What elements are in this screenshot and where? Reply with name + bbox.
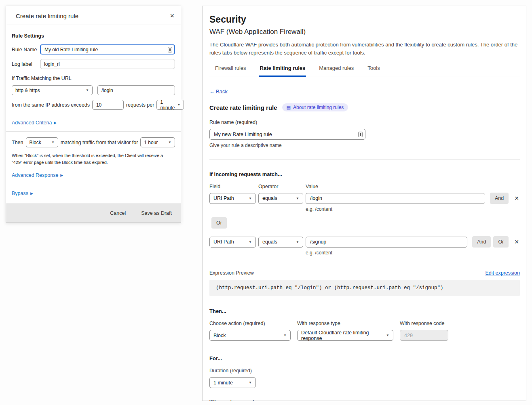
expression-preview-header: Expression Preview Edit expression	[209, 270, 520, 276]
value-input[interactable]	[306, 193, 485, 204]
tab-tools[interactable]: Tools	[367, 65, 380, 77]
rule-name-input-wrap	[40, 44, 175, 55]
rule-name-help: Give your rule a descriptive name	[209, 143, 520, 148]
remove-condition-icon[interactable]: ✕	[513, 239, 520, 245]
rule-name-label: Rule name (required)	[209, 120, 520, 125]
chevron-down-icon: ▼	[86, 88, 89, 92]
remove-condition-icon[interactable]: ✕	[513, 195, 520, 201]
page-description: The Cloudflare WAF provides both automat…	[209, 41, 520, 57]
rule-name-row: Rule Name	[12, 44, 175, 55]
or-button[interactable]: Or	[493, 236, 509, 248]
operator-column-label: Operator	[258, 184, 306, 189]
operator-select[interactable]: equals ▼	[258, 237, 303, 248]
advanced-criteria-link[interactable]: Advanced Criteria ▶	[12, 120, 57, 126]
expression-preview-label: Expression Preview	[209, 270, 254, 276]
and-button[interactable]: And	[472, 236, 491, 248]
response-code-column: With response code	[400, 321, 448, 341]
tab-managed-rules[interactable]: Managed rules	[318, 65, 355, 77]
rate-heading: When rate exceeds...	[209, 399, 520, 401]
log-label-row: Log label	[12, 59, 175, 69]
and-button[interactable]: And	[490, 193, 509, 204]
back-link[interactable]: ← Back	[209, 88, 228, 94]
or-button[interactable]: Or	[211, 217, 227, 229]
value-help: e.g. /content	[306, 250, 520, 256]
then-label: Then	[12, 140, 23, 145]
url-input-wrap	[97, 85, 175, 95]
condition-row: URI Path ▼ equals ▼ And Or ✕	[209, 236, 520, 248]
url-input[interactable]	[97, 85, 175, 95]
dialog-header: Create rate limiting rule ×	[6, 6, 181, 25]
waf-tabs: Firewall rules Rate limiting rules Manag…	[209, 65, 520, 76]
threshold-text-before: from the same IP address exceeds	[12, 102, 90, 108]
advanced-response-link[interactable]: Advanced Response ▶	[12, 172, 63, 178]
autofill-icon	[168, 47, 172, 52]
value-column-label: Value	[306, 184, 318, 189]
url-match-row: http & https ▼	[12, 85, 175, 95]
chevron-down-icon: ▼	[249, 197, 252, 200]
log-label-input-wrap	[40, 59, 175, 69]
condition-column-labels: Field Operator Value	[209, 184, 520, 189]
arrow-left-icon: ←	[209, 88, 215, 94]
threshold-row: from the same IP address exceeds request…	[12, 100, 175, 110]
action-select[interactable]: Block ▼	[209, 330, 291, 341]
close-icon[interactable]: ×	[170, 12, 174, 19]
field-select[interactable]: URI Path ▼	[209, 193, 256, 204]
then-heading: Then...	[209, 308, 520, 314]
chevron-down-icon: ▼	[386, 334, 389, 337]
create-rule-heading-row: Create rate limiting rule ▤ About rate l…	[209, 103, 520, 111]
choose-action-label: Choose action (required)	[209, 321, 291, 326]
block-duration-select[interactable]: 1 hour ▼	[140, 137, 175, 147]
response-type-select[interactable]: Default Cloudflare rate limiting respons…	[297, 330, 393, 341]
autofill-icon	[358, 132, 363, 137]
operator-select[interactable]: equals ▼	[258, 193, 303, 204]
rule-name-input[interactable]	[40, 44, 175, 55]
action-select[interactable]: Block ▼	[26, 137, 58, 147]
rule-name-label: Rule Name	[12, 47, 40, 52]
period-select[interactable]: 1 minute ▼	[156, 100, 184, 110]
triangle-right-icon: ▶	[60, 174, 63, 177]
then-text: matching traffic from that visitor for	[61, 140, 138, 145]
rule-settings-heading: Rule Settings	[12, 33, 175, 39]
chevron-down-icon: ▼	[296, 240, 299, 244]
expression-preview-code: (http.request.uri.path eq "/login") or (…	[209, 280, 520, 296]
create-rule-heading: Create rate limiting rule	[209, 104, 277, 111]
about-rate-limiting-badge[interactable]: ▤ About rate limiting rules	[282, 103, 348, 111]
traffic-match-heading: If Traffic Matching the URL	[12, 76, 175, 81]
rule-name-input[interactable]	[209, 129, 365, 140]
value-help: e.g. /content	[306, 206, 520, 212]
edit-expression-link[interactable]: Edit expression	[486, 270, 520, 276]
then-row: Then Block ▼ matching traffic from that …	[12, 137, 175, 147]
value-input[interactable]	[306, 237, 467, 248]
response-type-label: With response type	[297, 321, 393, 326]
threshold-text-after: requests per	[126, 102, 154, 108]
divider	[6, 131, 181, 132]
duration-select[interactable]: 1 minute ▼	[209, 377, 256, 388]
dialog-body: Rule Settings Rule Name Log label If Tra…	[6, 25, 181, 198]
log-label-input[interactable]	[40, 59, 175, 69]
field-column-label: Field	[209, 184, 258, 189]
document-icon: ▤	[287, 105, 291, 110]
page-subtitle: WAF (Web Application Firewall)	[209, 28, 520, 36]
rate-section: When rate exceeds... Requests (required)…	[209, 399, 520, 401]
bypass-link[interactable]: Bypass ▶	[12, 191, 33, 196]
field-select[interactable]: URI Path ▼	[209, 237, 256, 248]
save-as-draft-button[interactable]: Save as Draft	[141, 210, 172, 216]
block-note: When “Block” is set, when the threshold …	[12, 152, 175, 166]
response-code-label: With response code	[400, 321, 448, 326]
incoming-requests-heading: If incoming requests match...	[209, 171, 520, 177]
dialog-footer: Cancel Save as Draft	[6, 204, 181, 222]
response-code-input	[400, 330, 448, 341]
threshold-input[interactable]	[92, 100, 124, 110]
screenshot-root: { "icons": { "close": "×", "caret": "▼",…	[0, 0, 532, 405]
tab-firewall-rules[interactable]: Firewall rules	[214, 65, 247, 77]
tab-rate-limiting-rules[interactable]: Rate limiting rules	[259, 65, 306, 77]
dialog-title: Create rate limiting rule	[16, 13, 78, 19]
then-section: Then... Choose action (required) Block ▼…	[209, 308, 520, 341]
page-title: Security	[209, 14, 520, 25]
cancel-button[interactable]: Cancel	[110, 210, 126, 216]
duration-label: Duration (required)	[209, 368, 520, 374]
scheme-select[interactable]: http & https ▼	[12, 85, 93, 95]
chevron-down-icon: ▼	[249, 381, 252, 384]
response-type-column: With response type Default Cloudflare ra…	[297, 321, 393, 341]
chevron-down-icon: ▼	[249, 240, 252, 244]
